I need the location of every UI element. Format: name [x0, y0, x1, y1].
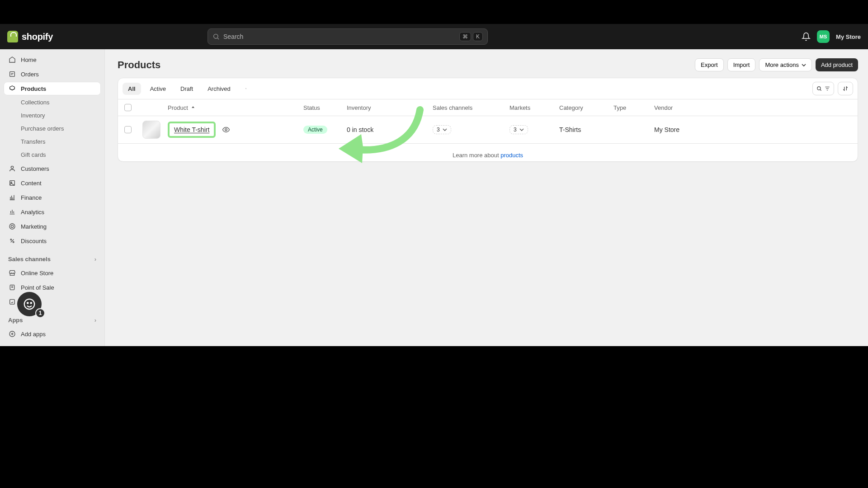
- markets-pill[interactable]: 3: [509, 125, 528, 134]
- sidebar-item-label: Content: [21, 180, 42, 187]
- sidebar-channel-online-store[interactable]: Online Store: [4, 266, 101, 280]
- select-all-checkbox[interactable]: [124, 104, 132, 111]
- pos-icon: [8, 283, 16, 291]
- product-thumbnail[interactable]: [142, 121, 160, 139]
- svg-point-0: [214, 34, 218, 38]
- svg-point-3: [11, 166, 13, 169]
- sort-asc-icon: [191, 105, 195, 110]
- sidebar-item-analytics[interactable]: Analytics: [4, 205, 101, 219]
- col-vendor[interactable]: Vendor: [654, 104, 851, 111]
- sidebar-header-channels[interactable]: Sales channels ›: [4, 253, 101, 265]
- svg-point-8: [10, 239, 12, 240]
- svg-point-19: [225, 129, 227, 131]
- product-name-link[interactable]: White T-shirt: [174, 126, 209, 133]
- add-product-button[interactable]: Add product: [816, 58, 858, 71]
- sidebar: Home Orders Products Collections Invento…: [0, 49, 105, 346]
- col-type[interactable]: Type: [613, 104, 654, 111]
- svg-point-6: [9, 224, 15, 229]
- marketing-icon: [8, 222, 16, 230]
- store-name[interactable]: My Store: [836, 33, 861, 40]
- svg-rect-11: [10, 300, 15, 305]
- sidebar-item-content[interactable]: Content: [4, 176, 101, 190]
- sidebar-sub-purchase-orders[interactable]: Purchase orders: [4, 122, 101, 135]
- sidebar-item-discounts[interactable]: Discounts: [4, 234, 101, 248]
- svg-point-17: [817, 87, 821, 90]
- main-content: Products Export Import More actions Add …: [105, 49, 868, 346]
- sort-button[interactable]: [838, 82, 853, 95]
- discounts-icon: [8, 237, 16, 245]
- svg-line-1: [217, 38, 219, 39]
- svg-point-5: [11, 182, 12, 183]
- tab-active[interactable]: Active: [145, 83, 171, 95]
- page-title: Products: [118, 59, 160, 71]
- col-channels[interactable]: Sales channels: [433, 104, 509, 111]
- sidebar-add-apps[interactable]: Add apps: [4, 327, 101, 341]
- tab-draft[interactable]: Draft: [175, 83, 198, 95]
- search-placeholder: Search: [223, 33, 243, 40]
- shop-icon: [8, 298, 16, 306]
- search-filter-button[interactable]: [812, 82, 834, 95]
- col-status[interactable]: Status: [303, 104, 347, 111]
- sidebar-item-finance[interactable]: Finance: [4, 191, 101, 204]
- sidebar-item-products[interactable]: Products: [4, 82, 101, 95]
- content-icon: [8, 179, 16, 187]
- sidebar-item-marketing[interactable]: Marketing: [4, 220, 101, 233]
- sidebar-item-customers[interactable]: Customers: [4, 162, 101, 175]
- import-button[interactable]: Import: [727, 58, 756, 71]
- kbd-key: K: [473, 32, 483, 41]
- sidebar-settings[interactable]: Settings: [4, 342, 101, 346]
- col-markets[interactable]: Markets: [509, 104, 559, 111]
- chevron-down-icon: [802, 63, 806, 67]
- brand-logo[interactable]: shopify: [7, 31, 53, 42]
- notifications-icon[interactable]: [802, 32, 811, 41]
- sidebar-sub-gift-cards[interactable]: Gift cards: [4, 149, 101, 161]
- analytics-icon: [8, 208, 16, 216]
- annotation-arrow: [330, 105, 429, 178]
- gear-icon: [8, 344, 15, 346]
- sidebar-header-apps[interactable]: Apps ›: [4, 314, 101, 326]
- table-header: Product Status Inventory Sales channels …: [118, 99, 858, 116]
- learn-products-link[interactable]: products: [500, 152, 523, 159]
- preview-icon[interactable]: [222, 126, 230, 134]
- global-search[interactable]: Search ⌘ K: [208, 28, 488, 45]
- sidebar-item-label: Settings: [20, 345, 41, 347]
- sidebar-item-orders[interactable]: Orders: [4, 67, 101, 81]
- tab-add-view[interactable]: [240, 83, 252, 94]
- sidebar-item-label: Discounts: [21, 238, 47, 244]
- sidebar-item-label: Finance: [21, 194, 42, 201]
- chevron-right-icon: ›: [94, 256, 96, 263]
- row-checkbox[interactable]: [124, 126, 132, 133]
- tab-all[interactable]: All: [123, 83, 141, 95]
- kbd-mod: ⌘: [459, 32, 471, 41]
- shopify-bag-icon: [7, 31, 18, 42]
- store-avatar[interactable]: MS: [817, 30, 830, 43]
- sidebar-sub-collections[interactable]: Collections: [4, 96, 101, 108]
- sidebar-item-label: Customers: [21, 165, 49, 172]
- svg-rect-2: [10, 72, 15, 77]
- tabbar: All Active Draft Archived: [118, 78, 858, 99]
- sidebar-item-home[interactable]: Home: [4, 53, 101, 66]
- plus-circle-icon: [8, 330, 16, 338]
- sidebar-item-label: Orders: [21, 71, 39, 78]
- sidebar-sub-transfers[interactable]: Transfers: [4, 136, 101, 148]
- export-button[interactable]: Export: [695, 58, 724, 71]
- table-row[interactable]: White T-shirt Active 0 in stock 3: [118, 116, 858, 144]
- sidebar-item-label: Online Store: [21, 270, 53, 277]
- sidebar-item-label: Analytics: [21, 209, 44, 216]
- channels-pill[interactable]: 3: [433, 125, 451, 134]
- more-actions-button[interactable]: More actions: [759, 58, 811, 71]
- sidebar-item-label: Home: [21, 56, 37, 63]
- products-icon: [8, 84, 16, 93]
- tab-archived[interactable]: Archived: [202, 83, 236, 95]
- sidebar-channel-pos[interactable]: Point of Sale: [4, 281, 101, 294]
- col-inventory[interactable]: Inventory: [347, 104, 433, 111]
- sidebar-item-label: Marketing: [21, 223, 47, 230]
- col-category[interactable]: Category: [559, 104, 613, 111]
- svg-point-13: [24, 299, 35, 310]
- orders-icon: [8, 70, 16, 78]
- finance-icon: [8, 193, 16, 202]
- customers-icon: [8, 164, 16, 173]
- col-product[interactable]: Product: [168, 104, 303, 111]
- inventory-cell: 0 in stock: [347, 126, 433, 133]
- sidebar-sub-inventory[interactable]: Inventory: [4, 109, 101, 122]
